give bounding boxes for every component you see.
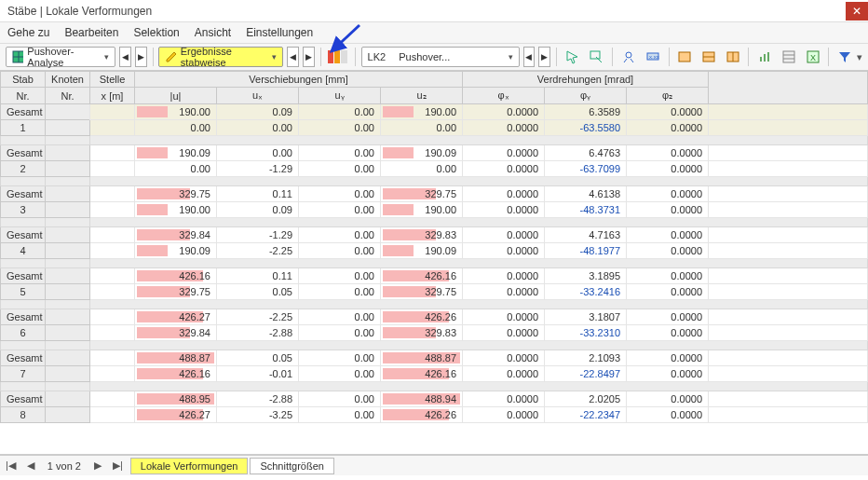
value-cell: 0.05 xyxy=(217,284,299,300)
value-cell: 0.00 xyxy=(299,407,381,423)
tool-labels[interactable]: x.xx xyxy=(643,47,663,67)
value-cell: 2.1093 xyxy=(545,350,627,366)
menubar: Gehe zu Bearbeiten Selektion Ansicht Ein… xyxy=(0,22,868,44)
value-cell: -63.5580 xyxy=(545,120,627,136)
tool-table1[interactable] xyxy=(674,47,695,67)
page-last[interactable]: ▶| xyxy=(107,459,129,472)
tool-excel[interactable]: X xyxy=(803,47,823,67)
table-row: 2 0.00 -1.29 0.00 0.00 0.0000 -63.7099 0… xyxy=(1,161,868,177)
value-cell: 0.0000 xyxy=(463,325,545,341)
analysis-next[interactable]: ▶ xyxy=(135,47,147,67)
filter-more[interactable]: ▾ xyxy=(857,51,862,63)
menu-gehe-zu[interactable]: Gehe zu xyxy=(7,26,49,39)
knoten-cell[interactable] xyxy=(46,145,90,161)
value-cell: 0.00 xyxy=(217,145,299,161)
menu-einstellungen[interactable]: Einstellungen xyxy=(246,26,313,39)
menu-ansicht[interactable]: Ansicht xyxy=(195,26,231,39)
value-cell: 0.09 xyxy=(217,104,299,120)
value-cell: 0.00 xyxy=(299,366,381,382)
value-cell: 0.0000 xyxy=(627,104,709,120)
value-cell: 329.83 xyxy=(381,227,463,243)
knoten-cell[interactable] xyxy=(46,186,90,202)
value-cell: 0.11 xyxy=(217,186,299,202)
value-cell: 190.09 xyxy=(135,243,217,259)
knoten-cell[interactable] xyxy=(46,227,90,243)
table-row-gesamt: Gesamt 190.00 0.09 0.00 190.00 0.0000 6.… xyxy=(1,104,868,120)
value-cell: 0.0000 xyxy=(627,202,709,218)
stelle-cell xyxy=(90,407,135,423)
tool-table2[interactable] xyxy=(698,47,719,67)
stelle-cell xyxy=(90,391,135,407)
analysis-prev[interactable]: ◀ xyxy=(119,47,131,67)
page-next[interactable]: ▶ xyxy=(88,459,107,472)
value-cell: 0.0000 xyxy=(463,350,545,366)
row-id: 6 xyxy=(1,325,46,341)
value-cell: 6.4763 xyxy=(545,145,627,161)
tool-view[interactable] xyxy=(618,47,639,67)
tool-filter[interactable] xyxy=(834,47,855,67)
color-toggle[interactable] xyxy=(327,47,349,67)
tool-window[interactable] xyxy=(587,47,607,67)
row-id: 8 xyxy=(1,407,46,423)
value-cell: -2.25 xyxy=(217,243,299,259)
knoten-cell[interactable] xyxy=(46,104,90,120)
table-row-gesamt: Gesamt 329.75 0.11 0.00 329.75 0.0000 4.… xyxy=(1,186,868,202)
knoten-cell[interactable] xyxy=(46,268,90,284)
table-row-gesamt: Gesamt 488.87 0.05 0.00 488.87 0.0000 2.… xyxy=(1,350,868,366)
value-cell: 0.00 xyxy=(299,104,381,120)
menu-selektion[interactable]: Selektion xyxy=(133,26,179,39)
results-prev[interactable]: ◀ xyxy=(287,47,299,67)
tab-lokale-verformungen[interactable]: Lokale Verformungen xyxy=(130,458,249,474)
value-cell: 0.00 xyxy=(299,391,381,407)
value-cell: 0.00 xyxy=(299,243,381,259)
stelle-cell xyxy=(90,309,135,325)
value-cell: 0.0000 xyxy=(463,227,545,243)
spacer-row xyxy=(1,136,868,145)
value-cell: 488.87 xyxy=(135,350,217,366)
value-cell: 426.27 xyxy=(135,407,217,423)
value-cell: 0.0000 xyxy=(463,202,545,218)
page-prev[interactable]: ◀ xyxy=(21,459,40,472)
knoten-cell[interactable] xyxy=(46,391,90,407)
table-row: 7 426.16 -0.01 0.00 426.16 0.0000 -22.84… xyxy=(1,366,868,382)
value-cell: 0.0000 xyxy=(627,325,709,341)
value-cell: 190.00 xyxy=(135,104,217,120)
loadcase-dropdown[interactable]: LK2 Pushover... ▾ xyxy=(361,47,520,67)
svg-line-6 xyxy=(624,59,627,62)
value-cell: 2.0205 xyxy=(545,391,627,407)
value-cell: -22.8497 xyxy=(545,366,627,382)
tool-table3[interactable] xyxy=(723,47,743,67)
footer: |◀ ◀ 1 von 2 ▶ ▶| Lokale Verformungen Sc… xyxy=(0,455,868,475)
close-button[interactable]: ✕ xyxy=(846,2,868,21)
spacer-row xyxy=(1,177,868,186)
stelle-cell xyxy=(90,243,135,259)
header-u: |u| xyxy=(135,88,217,104)
knoten-cell[interactable] xyxy=(46,309,90,325)
results-dropdown[interactable]: Ergebnisse stabweise ▾ xyxy=(158,47,283,67)
svg-rect-18 xyxy=(783,51,794,62)
tool-sheet[interactable] xyxy=(779,47,799,67)
value-cell: 329.84 xyxy=(135,227,217,243)
value-cell: 426.16 xyxy=(381,268,463,284)
value-cell: 426.16 xyxy=(135,268,217,284)
analysis-dropdown[interactable]: Pushover-Analyse ▾ xyxy=(6,47,115,67)
tab-schnittgroessen[interactable]: Schnittgrößen xyxy=(250,458,333,474)
value-cell: 0.00 xyxy=(135,120,217,136)
knoten-cell[interactable] xyxy=(46,350,90,366)
spacer-row xyxy=(1,341,868,350)
value-cell: 0.00 xyxy=(299,161,381,177)
value-cell: -48.3731 xyxy=(545,202,627,218)
menu-bearbeiten[interactable]: Bearbeiten xyxy=(64,26,118,39)
lc-next[interactable]: ▶ xyxy=(538,47,550,67)
tool-select[interactable] xyxy=(563,47,583,67)
value-cell: -1.29 xyxy=(217,161,299,177)
page-first[interactable]: |◀ xyxy=(0,459,21,472)
results-next[interactable]: ▶ xyxy=(303,47,315,67)
value-cell: 3.1895 xyxy=(545,268,627,284)
value-cell: 0.0000 xyxy=(627,243,709,259)
value-cell: 0.0000 xyxy=(463,284,545,300)
tool-chart[interactable] xyxy=(754,47,775,67)
value-cell: 0.0000 xyxy=(627,145,709,161)
value-cell: 0.00 xyxy=(217,120,299,136)
lc-prev[interactable]: ◀ xyxy=(523,47,536,67)
